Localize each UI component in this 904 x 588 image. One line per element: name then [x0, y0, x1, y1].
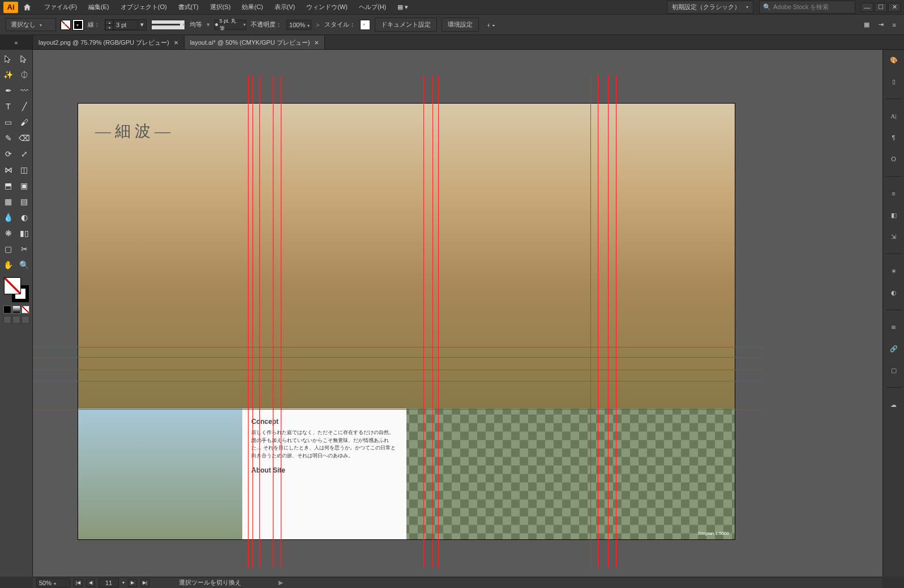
menu-view[interactable]: 表示(V): [269, 0, 301, 15]
artboard-prev-icon[interactable]: ◀: [86, 579, 95, 587]
symbol-sprayer-tool[interactable]: ❋: [2, 226, 15, 240]
brush-definition[interactable]: 5 pt. 丸筆: [215, 20, 246, 30]
transform-panel-icon[interactable]: ▦: [862, 21, 872, 28]
artboard-next-icon[interactable]: ▶: [128, 579, 137, 587]
window-maximize[interactable]: ☐: [875, 3, 887, 12]
guide[interactable]: [259, 75, 260, 568]
properties-panel-icon[interactable]: 🎨: [887, 53, 901, 67]
shape-builder-tool[interactable]: ⬒: [2, 179, 15, 192]
artboard-tool[interactable]: ▢: [2, 242, 15, 256]
eyedropper-tool[interactable]: 💧: [2, 211, 15, 224]
graphic-style[interactable]: [360, 20, 370, 30]
opacity-input[interactable]: 100%: [286, 20, 311, 30]
fill-color-box[interactable]: [4, 277, 21, 294]
graph-tool[interactable]: ▮▯: [18, 226, 31, 240]
guide[interactable]: [608, 75, 609, 568]
menu-edit[interactable]: 編集(E): [83, 0, 115, 15]
fill-swatch[interactable]: [61, 20, 71, 30]
align-panel-icon[interactable]: ≡: [887, 187, 901, 200]
stroke-weight-value[interactable]: 3 pt: [113, 20, 138, 30]
workspace-switcher[interactable]: 初期設定（クラシック）: [667, 1, 753, 14]
guide[interactable]: [33, 381, 763, 381]
doc-tab-1[interactable]: layout.ai* @ 50% (CMYK/GPU プレビュー) ✕: [185, 36, 325, 49]
canvas[interactable]: — 細 波 — Concept 新しく作られた庭ではなく、ただそこに存在するだけ…: [33, 50, 882, 577]
guide[interactable]: [33, 409, 763, 410]
pathfinder-panel-icon[interactable]: ◧: [887, 208, 901, 222]
guide[interactable]: [590, 75, 591, 568]
guide[interactable]: [33, 370, 763, 370]
guide[interactable]: [616, 75, 616, 568]
selection-indicator[interactable]: 選択なし: [6, 18, 56, 31]
menu-effect[interactable]: 効果(C): [236, 0, 268, 15]
artboard-content[interactable]: — 細 波 — Concept 新しく作られた庭ではなく、ただそこに存在するだけ…: [78, 104, 735, 539]
paintbrush-tool[interactable]: 🖌: [18, 115, 31, 129]
libraries-panel-icon[interactable]: ▯: [887, 75, 901, 88]
slice-tool[interactable]: ✂: [18, 242, 31, 256]
draw-behind[interactable]: [12, 316, 20, 324]
guide[interactable]: [273, 75, 273, 568]
gradient-tool[interactable]: ▤: [18, 195, 31, 208]
draw-normal[interactable]: [3, 316, 11, 324]
guide[interactable]: [438, 75, 439, 568]
layers-panel-icon[interactable]: ≋: [887, 320, 901, 334]
artboards-panel-icon[interactable]: ▢: [887, 363, 901, 377]
artboard-number[interactable]: 11: [98, 578, 119, 587]
character-panel-icon[interactable]: A|: [887, 109, 901, 123]
guide[interactable]: [33, 357, 763, 358]
blend-tool[interactable]: ◐: [18, 211, 31, 224]
guide[interactable]: [248, 75, 249, 568]
zoom-tool[interactable]: 🔍: [18, 258, 31, 272]
artboard-last-icon[interactable]: ▶|: [140, 579, 149, 587]
variable-width-profile[interactable]: [151, 20, 185, 30]
doc-tab-1-close-icon[interactable]: ✕: [314, 40, 319, 46]
transform-panel-icon[interactable]: ⇲: [887, 230, 901, 243]
eraser-tool[interactable]: ⌫: [18, 131, 31, 145]
preferences-button[interactable]: 環境設定: [442, 18, 479, 32]
guide[interactable]: [33, 347, 763, 347]
direct-selection-tool[interactable]: [18, 52, 31, 66]
lasso-tool[interactable]: ⏀: [18, 68, 31, 81]
opentype-panel-icon[interactable]: O: [887, 152, 901, 166]
doc-tab-0[interactable]: layout2.png @ 75.79% (RGB/GPU プレビュー) ✕: [33, 36, 185, 49]
cc-libraries-icon[interactable]: ☁: [887, 398, 901, 411]
panel-menu-icon[interactable]: ≡: [890, 22, 898, 28]
doc-tab-0-close-icon[interactable]: ✕: [174, 40, 178, 46]
isolate-icon[interactable]: ⇥: [876, 21, 886, 28]
fill-stroke-indicator[interactable]: [4, 277, 29, 302]
links-panel-icon[interactable]: 🔗: [887, 342, 901, 355]
search-stock[interactable]: 🔍 Adobe Stock を検索: [759, 1, 855, 14]
menu-select[interactable]: 選択(S): [204, 0, 237, 15]
menu-help[interactable]: ヘルプ(H): [353, 0, 392, 15]
paragraph-panel-icon[interactable]: ¶: [887, 131, 901, 144]
appearance-panel-icon[interactable]: ☀: [887, 264, 901, 278]
selection-tool[interactable]: [2, 52, 15, 66]
tab-strip-toggle[interactable]: «: [0, 35, 33, 50]
color-mode-none[interactable]: [22, 306, 29, 314]
window-close[interactable]: ✕: [888, 3, 901, 12]
color-mode-gradient[interactable]: [12, 306, 20, 314]
curvature-tool[interactable]: 〰: [18, 84, 31, 97]
menu-type[interactable]: 書式(T): [173, 0, 204, 15]
free-transform-tool[interactable]: ◫: [18, 163, 31, 177]
draw-inside[interactable]: [22, 316, 29, 324]
line-tool[interactable]: ╱: [18, 100, 31, 113]
align-to-icon[interactable]: ⫞ ▾: [483, 22, 499, 28]
guide[interactable]: [423, 75, 424, 568]
guide[interactable]: [252, 75, 253, 568]
perspective-tool[interactable]: ▣: [18, 179, 31, 192]
menu-window[interactable]: ウィンドウ(W): [301, 0, 353, 15]
artboard-first-icon[interactable]: |◀: [74, 579, 83, 587]
menu-object[interactable]: オブジェクト(O): [115, 0, 173, 15]
mesh-tool[interactable]: ▦: [2, 195, 15, 208]
magic-wand-tool[interactable]: ✨: [2, 68, 15, 81]
guide[interactable]: [432, 75, 433, 568]
width-tool[interactable]: ⋈: [2, 163, 15, 177]
hand-tool[interactable]: ✋: [2, 258, 15, 272]
arrange-docs-icon[interactable]: ▦ ▾: [392, 0, 414, 15]
window-minimize[interactable]: —: [861, 3, 873, 12]
home-icon[interactable]: [22, 2, 33, 13]
type-tool[interactable]: T: [2, 100, 15, 113]
guide[interactable]: [281, 75, 281, 568]
pen-tool[interactable]: ✒: [2, 84, 15, 97]
stroke-weight-input[interactable]: ▴▾ 3 pt ▾: [105, 19, 147, 31]
